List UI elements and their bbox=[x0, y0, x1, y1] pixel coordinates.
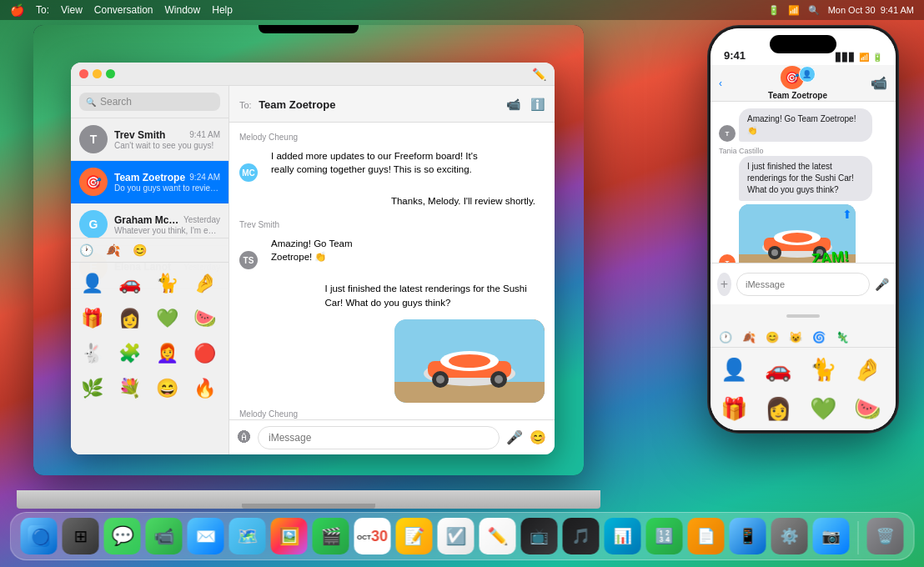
iphone-nav-bar: ‹ 🎯 👤 Team Zoetrope 📹 bbox=[711, 65, 896, 102]
iphone-back-button[interactable]: ‹ bbox=[719, 78, 725, 89]
minimize-button[interactable] bbox=[93, 69, 102, 78]
sticker-car[interactable]: 🚗 bbox=[113, 268, 145, 299]
apple-menu[interactable]: 🍎 bbox=[10, 3, 24, 17]
dock-freeform[interactable]: ✏️ bbox=[480, 518, 516, 554]
dock-system-prefs[interactable]: ⚙️ bbox=[771, 518, 808, 554]
conv-preview-graham: Whatever you think, I'm easy! bbox=[114, 226, 220, 235]
dock-photos2[interactable]: 📷 bbox=[813, 518, 850, 554]
sticker-person[interactable]: 👤 bbox=[76, 268, 108, 299]
close-button[interactable] bbox=[79, 69, 88, 78]
conversation-item-zoetrope[interactable]: 🎯 Team Zoetrope 9:24 AM Do you guys want… bbox=[71, 161, 228, 203]
iphone-tab-nature[interactable]: 🍂 bbox=[742, 331, 756, 344]
iphone-plus-button[interactable]: + bbox=[717, 273, 731, 296]
iphone-sticker-car[interactable]: 🚗 bbox=[760, 351, 796, 388]
audio-icon[interactable]: 🎤 bbox=[506, 429, 523, 445]
info-icon[interactable]: ℹ️ bbox=[530, 98, 545, 111]
sticker-cat[interactable]: 🐈 bbox=[152, 268, 183, 299]
dock-mail[interactable]: ✉️ bbox=[188, 518, 224, 554]
chat-input-field[interactable] bbox=[258, 426, 500, 449]
sticker-fire[interactable]: 🔥 bbox=[189, 373, 221, 404]
iphone-mic-icon[interactable]: 🎤 bbox=[875, 278, 889, 291]
iphone-tab-cat[interactable]: 😺 bbox=[789, 331, 802, 344]
dock-photos[interactable]: 🖼️ bbox=[271, 518, 308, 554]
iphone-bubble-tania: I just finished the latest renderings fo… bbox=[739, 156, 872, 201]
dock-music[interactable]: 🎵 bbox=[563, 518, 600, 554]
apps-icon[interactable]: 🅐 bbox=[238, 430, 251, 445]
sticker-heart[interactable]: 💚 bbox=[152, 303, 183, 334]
iphone-tab-bubble[interactable]: 🌀 bbox=[812, 331, 826, 344]
iphone-sticker-handle-bar[interactable] bbox=[711, 304, 896, 328]
dock-pages[interactable]: 📄 bbox=[688, 518, 725, 554]
sticker-leaf[interactable]: 🌿 bbox=[76, 373, 108, 404]
sticker-woman2[interactable]: 👩‍🦰 bbox=[152, 338, 183, 369]
dock-trash[interactable]: 🗑️ bbox=[867, 518, 904, 554]
dock-maps[interactable]: 🗺️ bbox=[229, 518, 266, 554]
sticker-watermelon[interactable]: 🍉 bbox=[189, 303, 221, 334]
iphone-tab-lizard[interactable]: 🦎 bbox=[836, 331, 849, 344]
conversation-item-trev[interactable]: T Trev Smith 9:41 AM Can't wait to see y… bbox=[71, 118, 228, 161]
iphone-share-button[interactable]: ⬆ bbox=[842, 208, 852, 221]
dock-notes[interactable]: 📝 bbox=[396, 518, 433, 554]
menu-datetime: Mon Oct 30 9:41 AM bbox=[828, 5, 914, 15]
menu-help[interactable]: Help bbox=[212, 4, 233, 16]
dock-facetime[interactable]: 📹 bbox=[146, 518, 183, 554]
avatar-trev: T bbox=[79, 125, 108, 153]
menu-edit[interactable]: To: bbox=[36, 4, 49, 16]
iphone-tab-recent[interactable]: 🕐 bbox=[719, 331, 732, 344]
iphone-sticker-watermelon[interactable]: 🍉 bbox=[849, 390, 886, 427]
dock-tv[interactable]: 📺 bbox=[521, 518, 558, 554]
iphone-sticker-person[interactable]: 👤 bbox=[716, 351, 752, 388]
message-row-outgoing-1: Thanks, Melody. I'll review shortly. bbox=[239, 188, 545, 213]
dock-finder[interactable]: 🔵 bbox=[21, 518, 58, 554]
iphone-sticker-woman[interactable]: 👩 bbox=[760, 390, 796, 427]
search-bar[interactable]: 🔍 Search bbox=[79, 93, 220, 111]
dock-keynote[interactable]: 📊 bbox=[605, 518, 641, 554]
compose-button[interactable]: ✏️ bbox=[532, 68, 546, 81]
dock-facetime2[interactable]: 🎬 bbox=[313, 518, 349, 554]
sticker-rabbit[interactable]: 🐇 bbox=[76, 338, 108, 369]
sidebar-search-area: 🔍 Search bbox=[71, 86, 228, 118]
sticker-puzzle[interactable]: 🧩 bbox=[113, 338, 145, 369]
iphone-status-icons: ▊▊▊ 📶 🔋 bbox=[836, 53, 882, 62]
macbook-hinge bbox=[242, 504, 375, 509]
iphone-sender-tania: Tania Castillo bbox=[719, 147, 764, 155]
iphone-sticker-cat[interactable]: 🐈 bbox=[805, 351, 841, 388]
sticker-tab-emoji[interactable]: 😊 bbox=[133, 243, 147, 257]
emoji-icon[interactable]: 😊 bbox=[530, 429, 546, 445]
svg-text:🔵: 🔵 bbox=[32, 528, 50, 546]
iphone-zoom-sticker: ZAM! bbox=[811, 248, 850, 263]
svg-point-9 bbox=[495, 375, 503, 384]
sticker-tab-recent[interactable]: 🕐 bbox=[79, 243, 93, 257]
iphone-sticker-hand[interactable]: 🤌 bbox=[849, 351, 886, 388]
iphone-sticker-heart[interactable]: 💚 bbox=[805, 390, 841, 427]
maximize-button[interactable] bbox=[106, 69, 115, 78]
dock-reminders[interactable]: ☑️ bbox=[438, 518, 475, 554]
menu-view[interactable]: View bbox=[61, 4, 83, 16]
search-placeholder: Search bbox=[100, 96, 132, 108]
dock-messages[interactable]: 💬 bbox=[104, 518, 141, 554]
sticker-red[interactable]: 🔴 bbox=[189, 338, 221, 369]
sticker-hand[interactable]: 🤌 bbox=[189, 268, 221, 299]
iphone-sticker-gift[interactable]: 🎁 bbox=[716, 390, 752, 427]
signal-icon: ▊▊▊ bbox=[836, 53, 856, 62]
traffic-lights bbox=[79, 69, 115, 78]
sticker-tab-nature[interactable]: 🍂 bbox=[106, 243, 120, 257]
dock-simulator[interactable]: 📱 bbox=[730, 518, 766, 554]
video-call-icon[interactable]: 📹 bbox=[506, 98, 520, 111]
iphone-video-button[interactable]: 📹 bbox=[871, 75, 887, 91]
message-row-melody-1: Melody Cheung MC I added more updates to… bbox=[239, 133, 545, 182]
sticker-gift[interactable]: 🎁 bbox=[76, 303, 108, 334]
dock-calendar[interactable]: OCT 30 bbox=[354, 518, 391, 554]
sticker-flowers[interactable]: 💐 bbox=[113, 373, 145, 404]
msg-bubble-trev-1: Amazing! Go Team Zoetrope! 👏 bbox=[262, 231, 397, 269]
sticker-laugh[interactable]: 😄 bbox=[152, 373, 183, 404]
conv-name-graham: Graham McBride bbox=[114, 214, 183, 226]
dock-numbers[interactable]: 🔢 bbox=[646, 518, 683, 554]
menu-conversation[interactable]: Conversation bbox=[94, 4, 153, 16]
menu-window[interactable]: Window bbox=[165, 4, 201, 16]
sticker-woman[interactable]: 👩 bbox=[113, 303, 145, 334]
iphone-message-input[interactable] bbox=[736, 273, 870, 296]
dock-launchpad[interactable]: ⊞ bbox=[63, 518, 99, 554]
menu-search[interactable]: 🔍 bbox=[808, 5, 820, 16]
iphone-tab-emoji[interactable]: 😊 bbox=[766, 331, 779, 344]
